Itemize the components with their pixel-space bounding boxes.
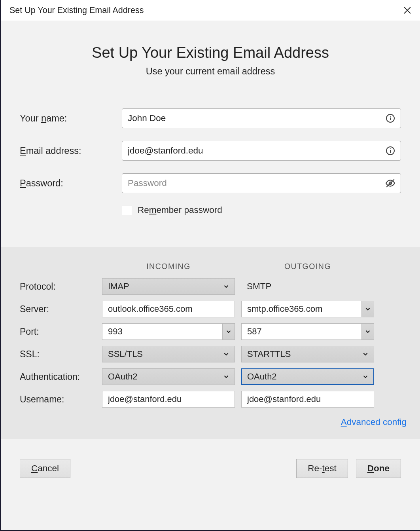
outgoing-authentication-select[interactable]: OAuth2 bbox=[241, 368, 374, 385]
name-input[interactable] bbox=[122, 108, 401, 128]
outgoing-port-combo[interactable] bbox=[241, 323, 374, 340]
outgoing-port-input[interactable] bbox=[241, 323, 361, 340]
close-button[interactable] bbox=[403, 6, 412, 15]
outgoing-username-input[interactable] bbox=[241, 391, 374, 408]
email-row: Email address: bbox=[20, 141, 401, 161]
incoming-authentication-select[interactable]: OAuth2 bbox=[102, 368, 235, 385]
outgoing-server-combo[interactable] bbox=[241, 301, 374, 317]
chevron-down-icon bbox=[364, 305, 371, 313]
authentication-label: Authentication: bbox=[20, 372, 102, 382]
remember-password-row: Remember password bbox=[122, 205, 401, 215]
retest-button[interactable]: Re-test bbox=[296, 459, 348, 478]
chevron-down-icon bbox=[225, 328, 232, 335]
incoming-ssl-select[interactable]: SSL/TLS bbox=[102, 346, 235, 362]
incoming-header: INCOMING bbox=[102, 262, 235, 271]
remember-password-label: Remember password bbox=[138, 205, 222, 215]
info-icon[interactable] bbox=[385, 146, 395, 156]
page-subheading: Use your current email address bbox=[20, 66, 401, 77]
username-label: Username: bbox=[20, 394, 102, 405]
chevron-down-icon bbox=[362, 351, 369, 358]
dialog-window: Set Up Your Existing Email Address Set U… bbox=[1, 0, 420, 530]
protocol-row: Protocol: IMAP SMTP bbox=[20, 278, 408, 295]
svg-point-2 bbox=[390, 116, 391, 117]
outgoing-ssl-select[interactable]: STARTTLS bbox=[241, 346, 374, 362]
incoming-port-input[interactable] bbox=[102, 323, 222, 340]
incoming-server-input[interactable] bbox=[102, 301, 235, 317]
password-input[interactable] bbox=[122, 173, 401, 193]
name-label: Your name: bbox=[20, 113, 122, 124]
port-row: Port: bbox=[20, 323, 408, 340]
info-icon[interactable] bbox=[385, 113, 395, 123]
chevron-down-icon bbox=[223, 373, 230, 380]
name-row: Your name: bbox=[20, 108, 401, 128]
incoming-port-combo[interactable] bbox=[102, 323, 235, 340]
password-row: Password: bbox=[20, 173, 401, 193]
done-button[interactable]: Done bbox=[356, 459, 401, 478]
password-label: Password: bbox=[20, 178, 122, 189]
page-heading: Set Up Your Existing Email Address bbox=[20, 44, 401, 61]
outgoing-header: OUTGOING bbox=[241, 262, 374, 271]
username-row: Username: bbox=[20, 391, 408, 408]
server-label: Server: bbox=[20, 304, 102, 315]
email-label: Email address: bbox=[20, 146, 122, 156]
server-row: Server: bbox=[20, 301, 408, 317]
outgoing-server-input[interactable] bbox=[241, 301, 361, 317]
ssl-label: SSL: bbox=[20, 349, 102, 360]
eye-off-icon[interactable] bbox=[385, 178, 395, 188]
chevron-down-icon bbox=[223, 351, 230, 358]
ssl-row: SSL: SSL/TLS STARTTLS bbox=[20, 346, 408, 362]
outgoing-port-dropdown-button[interactable] bbox=[361, 323, 374, 340]
svg-point-5 bbox=[390, 148, 391, 149]
advanced-config-link[interactable]: Advanced config bbox=[341, 417, 407, 427]
chevron-down-icon bbox=[223, 283, 230, 290]
incoming-port-dropdown-button[interactable] bbox=[222, 323, 235, 340]
port-label: Port: bbox=[20, 326, 102, 337]
protocol-label: Protocol: bbox=[20, 281, 102, 292]
window-title: Set Up Your Existing Email Address bbox=[9, 6, 144, 15]
advanced-config-link-row: Advanced config bbox=[20, 417, 408, 427]
authentication-row: Authentication: OAuth2 OAuth2 bbox=[20, 368, 408, 385]
outgoing-server-dropdown-button[interactable] bbox=[361, 301, 374, 317]
incoming-username-input[interactable] bbox=[102, 391, 235, 408]
chevron-down-icon bbox=[362, 373, 369, 380]
cancel-button[interactable]: Cancel bbox=[20, 459, 70, 478]
incoming-protocol-select[interactable]: IMAP bbox=[102, 278, 235, 295]
outgoing-protocol-text: SMTP bbox=[241, 281, 374, 292]
close-icon bbox=[403, 6, 412, 15]
remember-password-checkbox[interactable] bbox=[122, 205, 132, 215]
email-input[interactable] bbox=[122, 141, 401, 161]
chevron-down-icon bbox=[364, 328, 371, 335]
dialog-footer: Cancel Re-test Done bbox=[1, 439, 420, 530]
server-settings-section: INCOMING OUTGOING Protocol: IMAP SMTP Se… bbox=[1, 247, 420, 439]
server-header-row: INCOMING OUTGOING bbox=[20, 262, 408, 271]
titlebar: Set Up Your Existing Email Address bbox=[1, 0, 420, 21]
account-info-section: Set Up Your Existing Email Address Use y… bbox=[1, 21, 420, 247]
